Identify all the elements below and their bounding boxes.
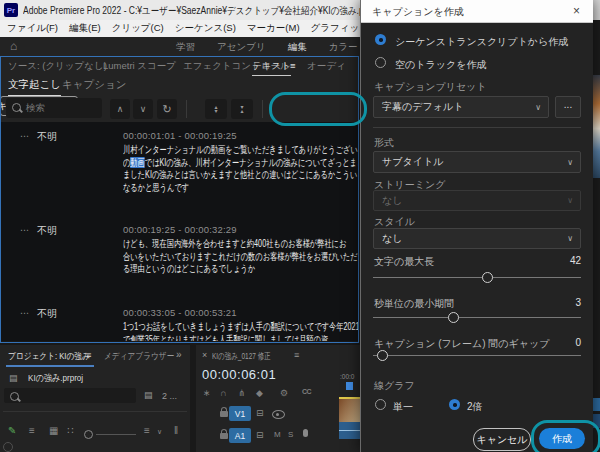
slider-track-1[interactable]	[373, 317, 581, 318]
lock-track-icon[interactable]	[220, 433, 228, 439]
close-sequence-icon[interactable]: ×	[202, 350, 207, 360]
row-options-dots-icon[interactable]: ⋯	[20, 225, 29, 235]
row-options-dots-icon[interactable]: ⋯	[20, 131, 29, 141]
zoom-slider-track[interactable]	[96, 434, 136, 435]
transcript-row[interactable]: ⋯不明00:00:01:01 - 00:00:19:25川村インターナショナルの…	[0, 130, 358, 194]
menu-item-3[interactable]: シーケンス(S)	[175, 22, 236, 35]
sort-icon[interactable]: ≡	[144, 425, 150, 436]
transcript-text: る理由というのはどこにあるでしょうか	[123, 263, 255, 274]
row-options-dots-icon[interactable]: ⋯	[20, 308, 29, 318]
expand-all-button[interactable]: ▴▾	[205, 99, 227, 119]
retranscribe-icon-button[interactable]: ↻	[157, 99, 177, 119]
workspace-tab-3[interactable]: カラー	[329, 41, 358, 54]
menu-item-0[interactable]: ファイル(F)	[7, 22, 58, 35]
transcript-text: 合いをいただいておりますこれだけの数のお客様が弊社をお選びいただ	[123, 251, 358, 262]
freeform-view-icon[interactable]: ∷	[67, 425, 73, 436]
transcript-row[interactable]: ⋯不明00:00:19:25 - 00:00:32:29けども、現在国内海外を合…	[0, 224, 358, 276]
collapse-all-button[interactable]: ▾▴	[231, 99, 253, 119]
add-marker-icon[interactable]: ◆	[256, 388, 263, 398]
slider-handle-2[interactable]	[377, 350, 388, 361]
workspace-tab-1[interactable]: アセンブリ	[217, 41, 266, 54]
search-icon	[10, 392, 19, 401]
mute-track-button[interactable]: M	[274, 430, 281, 439]
filter-media-icon[interactable]: ▤	[144, 390, 153, 400]
sequence-tab[interactable]: KIの強み_0127 修正	[212, 350, 271, 363]
transcript-line: けども、現在国内海外を合わせますと約400社ものお客様が弊社にお	[123, 237, 358, 249]
project-search-input[interactable]	[4, 388, 136, 403]
transcript-search-input[interactable]	[6, 98, 102, 118]
radio-from-transcript[interactable]	[375, 34, 386, 45]
segment-timecode: 00:00:33:05 - 00:00:53:21	[123, 307, 237, 318]
workspace-tab-0[interactable]: 学習	[176, 41, 195, 54]
track-a1-badge[interactable]: A1	[229, 428, 251, 443]
snap-icon[interactable]: ∗	[203, 388, 211, 398]
edit-pencil-icon[interactable]: ✎	[8, 425, 16, 436]
speaker-label: 不明	[37, 307, 57, 321]
timeline-timecode[interactable]: 00:00:06:01	[202, 367, 276, 382]
close-icon[interactable]: ×	[573, 4, 580, 18]
slider-track-2[interactable]	[373, 355, 581, 356]
playhead-marker[interactable]	[346, 382, 353, 390]
slider-label-2: キャプション (フレーム) 間のギャップ	[374, 337, 550, 351]
automate-sequence-icon[interactable]: ‖	[174, 425, 178, 436]
transcript-text: なるかと思うんです	[123, 182, 189, 193]
solo-track-button[interactable]: S	[288, 430, 293, 439]
panel-tab-0[interactable]: ソース: (クリップなし)	[8, 60, 107, 73]
menu-item-2[interactable]: クリップ(C)	[112, 22, 164, 35]
lines-radio-0[interactable]	[375, 399, 386, 410]
timeline-settings-wrench-icon[interactable]: ⚙	[280, 388, 288, 398]
collapse-icon: ▾▴	[240, 105, 243, 113]
captions-icon[interactable]: CC	[302, 388, 311, 395]
audio-clip[interactable]	[339, 422, 360, 439]
window-title: Adobe Premiere Pro 2022 - C:¥ユーザー¥SaezAn…	[23, 4, 381, 18]
project-tab-0[interactable]: プロジェクト: KIの強み	[8, 350, 90, 363]
workspace-tab-2[interactable]: 編集	[288, 41, 307, 54]
panel-overflow-chevron[interactable]: »	[176, 349, 182, 360]
project-tab-1[interactable]: メディアブラウザー	[104, 350, 174, 363]
style-value: なし	[382, 232, 402, 246]
lines-radio-1[interactable]	[449, 399, 460, 410]
home-icon[interactable]: ⌂	[10, 39, 17, 53]
app-window: Pr Adobe Premiere Pro 2022 - C:¥ユーザー¥Sae…	[0, 0, 600, 452]
list-view-icon[interactable]: ≡	[29, 425, 35, 436]
sync-lock-icon[interactable]: ⊟	[256, 408, 264, 418]
chevron-down-icon: ∨	[567, 158, 573, 167]
insert-overwrite-icon[interactable]: ⋔	[238, 388, 246, 398]
dialog-titlebar: キャプションを作成 ×	[361, 0, 593, 23]
sync-lock-icon[interactable]: ⊟	[256, 430, 264, 440]
project-file-name[interactable]: KIの強み.prproj	[28, 372, 83, 385]
format-dropdown[interactable]: サブタイトル ∨	[373, 151, 581, 173]
linked-selection-icon[interactable]: ∩	[220, 388, 226, 398]
lock-track-icon[interactable]	[220, 411, 228, 417]
menu-item-4[interactable]: マーカー(M)	[247, 22, 300, 35]
icon-view-icon[interactable]: ▦	[49, 425, 58, 436]
panel-menu-icon[interactable]: ≡	[294, 350, 299, 360]
preset-more-button[interactable]: ...	[555, 96, 581, 118]
panel-menu-icon[interactable]: ≡	[290, 60, 296, 73]
streaming-dropdown: なし ∨	[373, 190, 581, 211]
cancel-button[interactable]: キャンセル	[473, 428, 531, 451]
slider-track-0[interactable]	[373, 277, 581, 278]
radio-empty-track[interactable]	[375, 57, 386, 68]
project-file-icon: ▤	[9, 373, 18, 383]
prev-match-button[interactable]: ∧	[110, 99, 130, 119]
transcript-row[interactable]: ⋯不明00:00:33:05 - 00:00:53:211つ1つお話をしていきま…	[0, 307, 358, 341]
slider-handle-0[interactable]	[482, 272, 493, 283]
panel-menu-icon[interactable]: ≡	[86, 350, 91, 360]
track-v1-badge[interactable]: V1	[229, 406, 251, 421]
toggle-track-output-eye-icon[interactable]	[272, 410, 285, 419]
menu-item-1[interactable]: 編集(E)	[69, 22, 101, 35]
style-dropdown[interactable]: なし ∨	[373, 228, 581, 249]
format-label: 形式	[374, 136, 394, 150]
panel-tab-1[interactable]: Lumetri スコープ	[103, 60, 176, 73]
subtab-1[interactable]: キャプション	[62, 78, 126, 92]
panel-tab-4[interactable]: オーディ	[307, 60, 346, 73]
speaker-label: 不明	[37, 130, 57, 144]
voiceover-record-mic-icon[interactable]	[303, 429, 308, 437]
subtab-0[interactable]: 文字起こし	[8, 78, 61, 97]
zoom-slider-handle[interactable]	[84, 430, 93, 439]
next-match-button[interactable]: ∨	[133, 99, 153, 119]
video-clip[interactable]	[339, 397, 360, 422]
preset-dropdown[interactable]: 字幕のデフォルト ∨	[373, 96, 549, 118]
slider-handle-1[interactable]	[448, 312, 459, 323]
